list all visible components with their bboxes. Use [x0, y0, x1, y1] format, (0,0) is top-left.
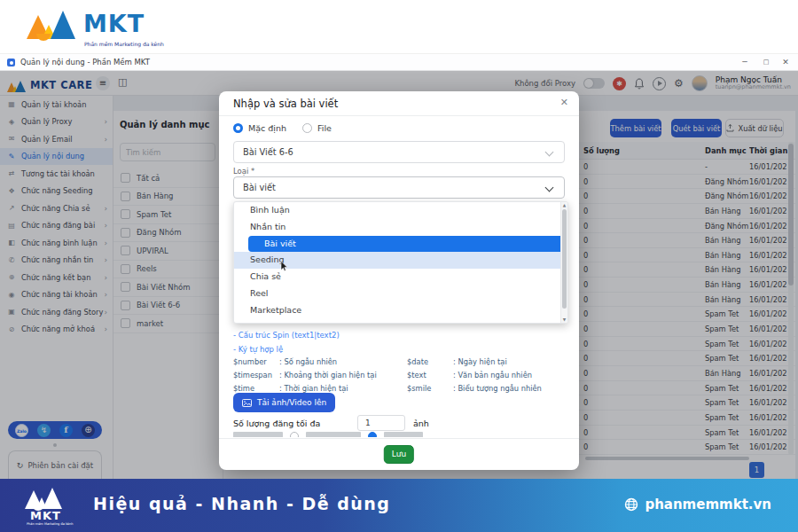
- radio-default[interactable]: Mặc định: [233, 123, 286, 133]
- window-title-bar: Quản lý nội dung - Phần Mềm MKT ─ □ ✕: [0, 53, 798, 71]
- footer-website: phanmemmkt.vn: [624, 497, 771, 512]
- close-icon[interactable]: ✕: [560, 97, 568, 108]
- footer-slogan: Hiệu quả - Nhanh - Dễ dùng: [93, 494, 390, 513]
- image-upload-icon: [242, 398, 252, 407]
- globe-icon: [624, 497, 638, 512]
- variable-desc: : Văn bản ngẫu nhiên: [453, 371, 532, 380]
- footer-logo-tagline: Phần mềm Marketing đa kênh: [27, 522, 73, 526]
- category-select-value: Bài Viết 6-6: [243, 142, 293, 163]
- logo-tagline: Phần mềm Marketing đa kênh: [84, 41, 164, 47]
- variable-key: $date: [407, 357, 453, 367]
- variable-hint: $number: Số ngẫu nhiên: [233, 357, 407, 367]
- variable-hint: $time: Thời gian hiện tại: [233, 384, 407, 394]
- max-qty-label: Số lượng đăng tối đa: [233, 419, 357, 428]
- variable-desc: : Số ngẫu nhiên: [279, 357, 337, 367]
- minimize-button[interactable]: ─: [738, 56, 752, 69]
- dropdown-option[interactable]: Reel: [234, 286, 567, 302]
- variable-key: $text: [407, 371, 453, 380]
- dropdown-option[interactable]: Seeding: [234, 252, 567, 269]
- radio-file[interactable]: File: [302, 123, 332, 133]
- edit-post-modal: Nhập và sửa bài viết ✕ Mặc định File Bài…: [219, 91, 579, 470]
- modal-header: Nhập và sửa bài viết ✕: [219, 91, 579, 116]
- footer-website-text: phanmemmkt.vn: [645, 497, 771, 512]
- clipped-option-row: [233, 432, 565, 437]
- scroll-up-icon[interactable]: ▲: [561, 203, 567, 207]
- radio-off-icon[interactable]: [290, 432, 299, 437]
- dropdown-option[interactable]: Nhắn tin: [234, 219, 567, 236]
- max-qty-unit: ảnh: [413, 419, 429, 428]
- dropdown-option[interactable]: Story: [234, 319, 567, 324]
- footer-mkt-logo: MKT Phần mềm Marketing đa kênh: [23, 485, 80, 526]
- radio-default-label: Mặc định: [248, 123, 286, 133]
- max-qty-row: Số lượng đăng tối đa ảnh: [233, 415, 429, 431]
- variable-desc: : Ngày hiện tại: [453, 357, 507, 367]
- logo-triangle-blue: [51, 11, 75, 39]
- radio-off-icon: [302, 123, 312, 133]
- logo-arc: [36, 34, 51, 41]
- spin-structure-link[interactable]: - Cấu trúc Spin (text1|text2): [233, 331, 340, 340]
- window-title: Quản lý nội dung - Phần Mềm MKT: [20, 58, 150, 66]
- type-select[interactable]: Bài viết: [233, 176, 565, 199]
- type-dropdown: Bình luậnNhắn tinBài viếtSeedingChia sẻR…: [233, 201, 568, 324]
- save-button[interactable]: Lưu: [384, 445, 414, 464]
- radio-on-icon[interactable]: [368, 432, 377, 437]
- variable-key: $number: [233, 357, 279, 367]
- clipped-text: [233, 432, 283, 437]
- max-qty-input[interactable]: [357, 415, 405, 431]
- type-label: Loại *: [233, 167, 254, 176]
- logo-text: MKT: [83, 10, 145, 37]
- maximize-button[interactable]: □: [759, 56, 773, 69]
- dropdown-scrollbar[interactable]: ▲▼: [560, 202, 567, 323]
- app-icon: [7, 59, 15, 66]
- variable-desc: : Thời gian hiện tại: [279, 384, 348, 394]
- variables-help: $number: Số ngẫu nhiên$date: Ngày hiện t…: [233, 357, 567, 393]
- footer-logo-text: MKT: [30, 509, 61, 522]
- mode-radio-group: Mặc định File: [233, 123, 332, 133]
- variable-desc: : Khoảng thời gian hiện tại: [279, 371, 377, 380]
- variable-key: $timespan: [233, 371, 279, 380]
- desktop-strip: MKT Phần mềm Marketing đa kênh: [0, 0, 798, 53]
- variable-hint: $text: Văn bản ngẫu nhiên: [407, 371, 567, 380]
- modal-title: Nhập và sửa bài viết: [233, 98, 338, 110]
- chevron-down-icon: [545, 184, 554, 192]
- variable-desc: : Biểu tượng ngẫu nhiên: [453, 384, 542, 394]
- variable-hint: $date: Ngày hiện tại: [407, 357, 567, 367]
- dropdown-option[interactable]: Bài viết: [248, 236, 568, 253]
- mkt-logo: MKT Phần mềm Marketing đa kênh: [27, 4, 186, 51]
- modal-footer: Lưu: [219, 438, 579, 470]
- dropdown-option[interactable]: Marketplace: [234, 302, 567, 319]
- footer-banner: MKT Phần mềm Marketing đa kênh Hiệu quả …: [0, 479, 798, 532]
- chevron-down-icon: [545, 148, 554, 157]
- radio-on-icon: [233, 123, 243, 133]
- dropdown-option[interactable]: Chia sẻ: [234, 269, 567, 286]
- category-select[interactable]: Bài Viết 6-6: [233, 141, 565, 163]
- dropdown-option[interactable]: Bình luận: [234, 202, 567, 219]
- radio-file-label: File: [317, 123, 332, 133]
- logo-triangle: [43, 488, 62, 509]
- scroll-down-icon[interactable]: ▼: [561, 317, 567, 322]
- variable-hint: $timespan: Khoảng thời gian hiện tại: [233, 371, 407, 380]
- variable-key: $smile: [407, 384, 453, 394]
- upload-media-button[interactable]: Tải ảnh/Video lên: [233, 393, 335, 412]
- variable-key: $time: [233, 384, 279, 394]
- dropdown-scrollbar-thumb[interactable]: [562, 209, 567, 309]
- app-window: MKT CARE ≡ ◫ Không đổi Proxy ✱ ⚙ Phạm Ng…: [0, 71, 798, 479]
- clipped-text: [384, 432, 423, 437]
- valid-chars-link[interactable]: - Ký tự hợp lệ: [233, 345, 283, 354]
- variable-hint: $smile: Biểu tượng ngẫu nhiên: [407, 384, 567, 394]
- clipped-text: [306, 432, 361, 437]
- upload-media-label: Tải ảnh/Video lên: [257, 398, 326, 407]
- close-button[interactable]: ✕: [778, 56, 793, 69]
- screen: MKT Phần mềm Marketing đa kênh Quản lý n…: [0, 0, 798, 532]
- type-select-value: Bài viết: [243, 177, 276, 199]
